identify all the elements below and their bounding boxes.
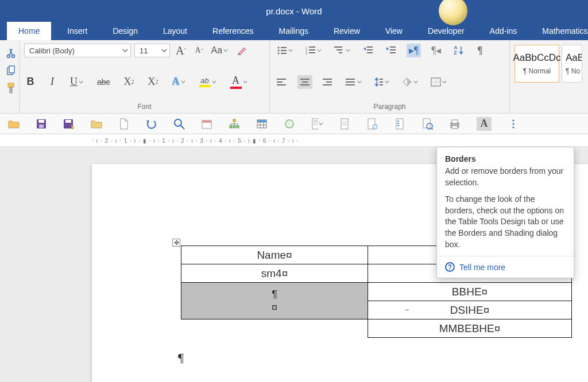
- cell-r4c2[interactable]: → DSIHE¤: [368, 301, 572, 319]
- print-preview-icon[interactable]: [421, 118, 433, 130]
- svg-rect-33: [323, 79, 332, 80]
- font-color-button[interactable]: A: [228, 75, 250, 89]
- tab-addins[interactable]: Add-ins: [481, 22, 526, 40]
- svg-line-81: [431, 128, 433, 130]
- copy-icon[interactable]: [6, 65, 16, 76]
- multilevel-list-button[interactable]: [332, 44, 353, 57]
- table-move-handle-icon[interactable]: ✥: [172, 239, 180, 247]
- tab-view[interactable]: View: [376, 22, 412, 40]
- new-document-icon[interactable]: [118, 118, 130, 130]
- cell-r3c2[interactable]: BBHE¤: [368, 283, 572, 301]
- cell-r2c1[interactable]: sm4¤: [181, 264, 368, 283]
- svg-rect-26: [390, 52, 396, 53]
- tab-mailings[interactable]: Mailings: [270, 22, 318, 40]
- numbering-button[interactable]: 123: [303, 44, 324, 57]
- doc-link-icon[interactable]: [366, 118, 378, 130]
- tab-mathematics[interactable]: Mathematics: [533, 22, 588, 40]
- svg-rect-21: [367, 46, 373, 48]
- find-icon[interactable]: [173, 118, 185, 130]
- bold-button[interactable]: B: [24, 75, 37, 89]
- shrink-font-button[interactable]: A˅: [192, 44, 205, 57]
- style-normal-tile[interactable]: AaBbCcDc ¶ Normal: [514, 45, 559, 83]
- align-left-button[interactable]: [274, 75, 289, 89]
- italic-button[interactable]: I: [46, 75, 59, 89]
- save-as-icon[interactable]: [63, 118, 75, 130]
- highlight-color-button[interactable]: ab: [197, 75, 219, 89]
- cut-icon[interactable]: [6, 48, 16, 59]
- open-folder-icon[interactable]: [8, 118, 20, 130]
- ltr-direction-button[interactable]: ▸¶: [407, 44, 421, 57]
- more-commands-icon[interactable]: [508, 118, 519, 130]
- org-chart-icon[interactable]: [229, 118, 240, 130]
- svg-rect-57: [237, 126, 239, 128]
- font-a-icon[interactable]: A: [477, 117, 492, 131]
- subscript-button[interactable]: X2: [122, 75, 137, 89]
- svg-point-86: [512, 123, 514, 124]
- strikethrough-button[interactable]: abc: [95, 75, 113, 89]
- tooltip-title: Borders: [437, 147, 574, 166]
- tab-insert[interactable]: Insert: [58, 22, 96, 40]
- grow-font-button[interactable]: A˄: [173, 44, 189, 57]
- date-icon[interactable]: [201, 118, 212, 130]
- font-name-value: Calibri (Body): [29, 46, 121, 55]
- svg-rect-7: [281, 47, 287, 48]
- decrease-indent-button[interactable]: [361, 44, 376, 57]
- cell-r1c1[interactable]: Name¤: [181, 246, 368, 264]
- horizontal-ruler[interactable]: · ı · 2 · ı · 1 · ı · ▮ · ı · 1 · ı · 2 …: [0, 134, 588, 147]
- chevron-down-icon: [161, 48, 167, 53]
- tab-layout[interactable]: Layout: [154, 22, 196, 40]
- svg-rect-29: [277, 84, 286, 85]
- clear-formatting-button[interactable]: [234, 44, 250, 57]
- tooltip-tell-me-more[interactable]: ? Tell me more: [437, 256, 574, 278]
- align-center-button[interactable]: [297, 75, 312, 89]
- doc-properties-icon[interactable]: [311, 118, 323, 130]
- tab-design[interactable]: Design: [103, 22, 147, 40]
- font-name-select[interactable]: Calibri (Body): [24, 44, 131, 57]
- folder-icon[interactable]: [91, 118, 102, 130]
- insert-table-icon[interactable]: [256, 118, 268, 130]
- sort-button[interactable]: AZ: [451, 44, 466, 57]
- tab-developer[interactable]: Developer: [419, 22, 474, 40]
- title-bar: pr.docx - Word: [0, 0, 588, 22]
- ribbon-tabs: Home Insert Design Layout References Mai…: [0, 22, 588, 40]
- superscript-button[interactable]: X2: [146, 75, 161, 89]
- svg-rect-75: [396, 119, 403, 129]
- cell-r5c2[interactable]: MMBEBHE¤: [368, 319, 572, 338]
- increase-indent-button[interactable]: [384, 44, 399, 57]
- save-icon[interactable]: [36, 118, 47, 130]
- cell-r3c1-selected[interactable]: ¶ ¤: [181, 283, 368, 319]
- tab-references[interactable]: References: [203, 22, 263, 40]
- shape-icon[interactable]: [284, 118, 295, 130]
- bullets-button[interactable]: [274, 44, 295, 57]
- tab-review[interactable]: Review: [324, 22, 369, 40]
- tab-home[interactable]: Home: [7, 22, 51, 40]
- underline-button[interactable]: U: [68, 75, 86, 89]
- svg-point-6: [277, 46, 279, 48]
- show-hide-marks-button[interactable]: ¶: [474, 44, 486, 57]
- rtl-direction-button[interactable]: ¶◂: [429, 44, 443, 57]
- text-effects-button[interactable]: A: [170, 75, 188, 89]
- svg-rect-13: [309, 46, 315, 48]
- doc-stats-icon[interactable]: [339, 118, 350, 130]
- font-size-select[interactable]: 11: [134, 44, 170, 57]
- format-painter-icon[interactable]: [6, 83, 16, 94]
- justify-button[interactable]: [343, 75, 364, 89]
- svg-rect-46: [38, 120, 44, 123]
- user-avatar[interactable]: [439, 0, 467, 25]
- document-area[interactable]: ✥ Name¤ Method¤ sm4¤ HE¤ ¶ ¤ BBHE¤ → DSI…: [0, 147, 588, 382]
- doc-options-icon[interactable]: [394, 118, 405, 130]
- print-icon[interactable]: [449, 118, 461, 130]
- svg-rect-39: [380, 79, 383, 80]
- group-paragraph: 123 ▸¶ ¶◂ AZ ¶ Paragraph: [270, 40, 510, 113]
- borders-button[interactable]: [428, 75, 449, 89]
- line-spacing-button[interactable]: [372, 75, 392, 89]
- svg-rect-56: [233, 126, 235, 128]
- change-case-button[interactable]: Aa: [209, 44, 231, 57]
- font-size-value: 11: [140, 46, 160, 55]
- align-right-button[interactable]: [320, 75, 335, 89]
- svg-point-85: [512, 119, 514, 121]
- undo-icon[interactable]: [146, 118, 157, 130]
- svg-rect-22: [367, 49, 373, 50]
- shading-button[interactable]: [400, 75, 420, 89]
- style-nospacing-tile[interactable]: AaBl ¶ No: [562, 45, 582, 83]
